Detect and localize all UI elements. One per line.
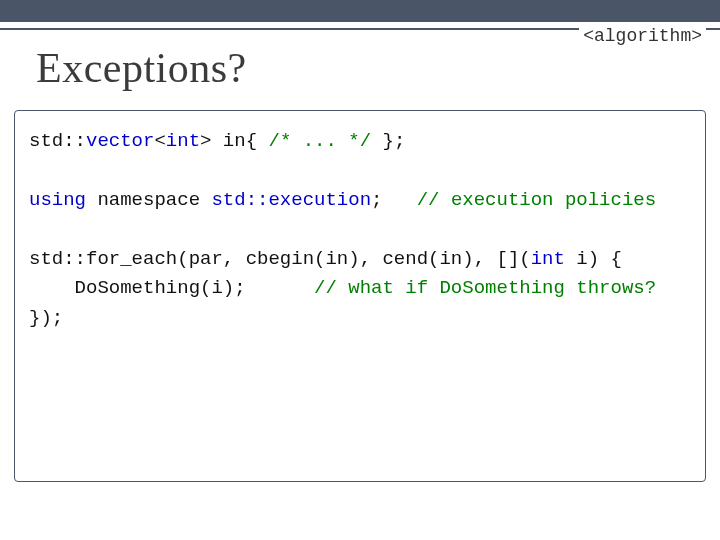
code-keyword: vector <box>86 130 154 152</box>
top-bar <box>0 0 720 22</box>
code-text: namespace <box>86 189 211 211</box>
code-text: }; <box>371 130 405 152</box>
code-keyword: int <box>166 130 200 152</box>
slide: <algorithm> Exceptions? std::vector<int>… <box>0 0 720 540</box>
code-text: }); <box>29 307 63 329</box>
code-text: < <box>154 130 165 152</box>
code-box: std::vector<int> in{ /* ... */ }; using … <box>14 110 706 482</box>
code-block: std::vector<int> in{ /* ... */ }; using … <box>29 127 691 333</box>
code-comment: /* ... */ <box>268 130 371 152</box>
code-text: ; <box>371 189 417 211</box>
code-text: i) { <box>565 248 622 270</box>
page-title: Exceptions? <box>36 44 684 92</box>
code-text: std::for_each(par, cbegin(in), cend(in),… <box>29 248 531 270</box>
code-comment: // execution policies <box>417 189 656 211</box>
header: <algorithm> Exceptions? <box>0 44 720 92</box>
code-keyword: using <box>29 189 86 211</box>
code-text: std:: <box>29 130 86 152</box>
code-text: DoSomething(i); <box>29 277 314 299</box>
code-keyword: std::execution <box>211 189 371 211</box>
header-tag: <algorithm> <box>579 26 706 46</box>
code-comment: // what if DoSomething throws? <box>314 277 656 299</box>
code-keyword: int <box>531 248 565 270</box>
code-text: > in{ <box>200 130 268 152</box>
